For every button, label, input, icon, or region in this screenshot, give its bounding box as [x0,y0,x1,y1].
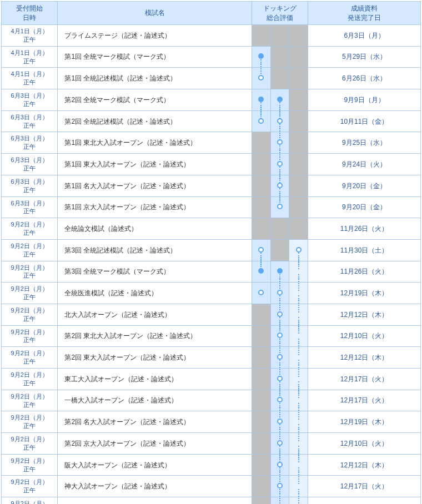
docking-cell [252,110,270,132]
table-row: 9月2日（月）正午北大入試オープン（記述・論述式）12月12日（木） [2,304,421,325]
docking-cell [270,218,289,240]
docking-dot-icon [277,139,283,145]
reception-date: 6月3日（月）正午 [2,110,58,132]
exam-name: 第1回 東大入試オープン（記述・論述式） [58,154,252,175]
table-row: 9月2日（月）正午第2回 東大入試オープン（記述・論述式）12月12日（木） [2,347,421,369]
table-row: 9月2日（月）正午一橋大入試オープン（記述・論述式）12月17日（火） [2,390,421,411]
docking-cell [270,497,289,504]
exam-name: 第2回 東大入試オープン（記述・論述式） [58,347,252,369]
docking-dot-icon [277,183,283,188]
reception-date: 6月3日（月）正午 [2,89,58,111]
shipping-date: 10月11日（金） [308,110,421,132]
shipping-date: 9月20日（金） [308,175,421,196]
exam-name: 第1回 京大入試オープン（記述・論述式） [58,196,252,218]
reception-date: 6月3日（月）正午 [2,175,58,196]
docking-dot-icon [277,483,283,488]
reception-date: 9月2日（月）正午 [2,476,58,497]
docking-dot-icon [277,376,283,381]
docking-dot-icon [277,290,283,295]
docking-cell [270,196,289,218]
docking-dot-icon [296,247,302,253]
docking-cell [270,25,289,47]
table-row: 6月3日（月）正午第2回 全統マーク模試（マーク式）9月9日（月） [2,89,421,111]
docking-cell [289,175,308,196]
table-row: 6月3日（月）正午第1回 東大入試オープン（記述・論述式）9月24日（火） [2,154,421,175]
exam-name: 第1回 全統記述模試（記述・論述式） [58,68,252,89]
docking-dot-icon [258,53,264,59]
exam-name: 第2回 全統記述模試（記述・論述式） [58,110,252,132]
docking-dot-icon [277,118,283,124]
table-row: 4月1日（月）正午第1回 全統記述模試（記述・論述式）6月26日（水） [2,68,421,89]
exam-name: 第2回 名大入試オープン（記述・論述式） [58,411,252,433]
docking-dot-icon [277,462,283,467]
exam-name: 第2回 全統マーク模試（マーク式） [58,89,252,111]
exam-name: 東工大入試オープン（記述・論述式） [58,369,252,390]
docking-cell [289,89,308,111]
docking-cell [289,132,308,154]
reception-date: 9月2日（月）正午 [2,497,58,504]
docking-dot-icon [277,440,283,446]
shipping-date: 12月10日（火） [308,497,421,504]
docking-dot-icon [277,268,283,274]
reception-date: 9月2日（月）正午 [2,304,58,325]
exam-name: 第3回 全統記述模試（記述・論述式） [58,239,252,261]
shipping-date: 12月19日（木） [308,283,421,304]
docking-dot-icon [258,75,264,80]
docking-cell [252,154,270,175]
table-row: 9月2日（月）正午神大入試オープン（記述・論述式）12月17日（火） [2,476,421,497]
table-row: 6月3日（月）正午第1回 京大入試オープン（記述・論述式）9月20日（金） [2,196,421,218]
header-docking: ドッキング総合評価 [252,2,308,25]
table-row: 9月2日（月）正午東工大入試オープン（記述・論述式）12月17日（火） [2,369,421,390]
docking-cell [252,196,270,218]
shipping-date: 9月9日（月） [308,89,421,111]
docking-cell [270,46,289,68]
docking-cell [289,218,308,240]
header-exam-name: 模試名 [58,2,252,25]
reception-date: 6月3日（月）正午 [2,154,58,175]
docking-cell [270,239,289,261]
exam-name: 第1回 東北大入試オープン（記述・論述式） [58,132,252,154]
reception-date: 9月2日（月）正午 [2,454,58,476]
docking-cell [289,46,308,68]
table-row: 6月3日（月）正午第1回 名大入試オープン（記述・論述式）9月20日（金） [2,175,421,196]
shipping-date: 12月17日（火） [308,390,421,411]
table-row: 9月2日（月）正午第2回 名大入試オープン（記述・論述式）12月19日（木） [2,411,421,433]
exam-name: 神大入試オープン（記述・論述式） [58,476,252,497]
docking-cell [289,196,308,218]
docking-cell [252,497,270,504]
shipping-date: 12月19日（木） [308,411,421,433]
table-row: 9月2日（月）正午第2回 京大入試オープン（記述・論述式）12月10日（火） [2,433,421,455]
exam-name: 全統医進模試（記述・論述式） [58,283,252,304]
exam-name: 阪大入試オープン（記述・論述式） [58,454,252,476]
docking-dot-icon [277,97,283,102]
docking-cell [252,25,270,47]
shipping-date: 11月26日（火） [308,218,421,240]
docking-cell [252,347,270,369]
docking-dot-icon [258,247,264,253]
shipping-date: 12月17日（火） [308,369,421,390]
docking-cell [289,110,308,132]
docking-cell [289,68,308,89]
docking-cell [252,369,270,390]
exam-name: 第2回 京大入試オープン（記述・論述式） [58,433,252,455]
reception-date: 9月2日（月）正午 [2,325,58,347]
reception-date: 6月3日（月）正午 [2,196,58,218]
shipping-date: 11月30日（土） [308,239,421,261]
exam-name: 第1回 全統マーク模試（マーク式） [58,46,252,68]
docking-dot-icon [277,354,283,360]
docking-dot-icon [258,118,264,124]
shipping-date: 12月12日（木） [308,347,421,369]
reception-date: 9月2日（月）正午 [2,369,58,390]
docking-dot-icon [258,290,264,295]
shipping-date: 9月25日（水） [308,132,421,154]
table-row: 9月2日（月）正午広大入試オープン（記述・論述式）12月10日（火） [2,497,421,504]
reception-date: 9月2日（月）正午 [2,239,58,261]
reception-date: 9月2日（月）正午 [2,390,58,411]
reception-date: 9月2日（月）正午 [2,433,58,455]
docking-cell [252,390,270,411]
table-row: 9月2日（月）正午第3回 全統マーク模試（マーク式）11月26日（火） [2,261,421,283]
exam-name: プライムステージ（記述・論述式） [58,25,252,47]
exam-name: 第2回 東北大入試オープン（記述・論述式） [58,325,252,347]
shipping-date: 12月12日（木） [308,454,421,476]
docking-cell [252,411,270,433]
